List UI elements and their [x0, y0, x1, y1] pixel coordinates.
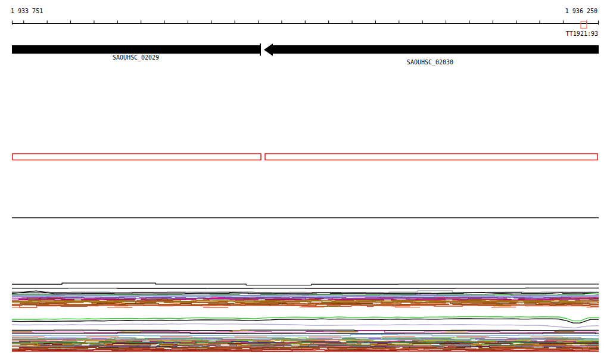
gene-feature-saouhsc_02030[interactable]: [264, 43, 599, 56]
gene-bar[interactable]: [272, 45, 599, 54]
mid-lavender-wavy: [12, 324, 599, 328]
mid-black-wavy: [12, 319, 599, 323]
salmon-sporadic: [12, 307, 599, 307]
cluster-magenta: [12, 331, 599, 332]
sky-straight: [12, 334, 599, 335]
selection-box[interactable]: [13, 154, 261, 160]
marker-box[interactable]: [581, 21, 587, 29]
gene-feature-saouhsc_02029[interactable]: [12, 43, 260, 56]
genome-view-canvas: [0, 0, 610, 364]
gene-features[interactable]: [12, 43, 599, 56]
cluster-black-1: [12, 330, 599, 331]
coverage-plot-area: [12, 283, 599, 351]
feature-marker-box[interactable]: [581, 21, 587, 29]
coordinate-ruler[interactable]: [13, 21, 599, 25]
salmon-dashed: [12, 337, 599, 337]
gene-arrowhead-left[interactable]: [264, 43, 273, 56]
cluster-black-2: [12, 333, 599, 334]
selected-feature-boxes[interactable]: [13, 154, 597, 160]
gene-bar[interactable]: [12, 45, 260, 54]
selection-box[interactable]: [265, 154, 597, 160]
top-black-line-2: [12, 288, 599, 289]
genome-browser-view: 1 933 751 1 936 250 TT1921:93 SAOUHSC_02…: [0, 0, 610, 364]
top-black-line-1: [12, 283, 599, 285]
